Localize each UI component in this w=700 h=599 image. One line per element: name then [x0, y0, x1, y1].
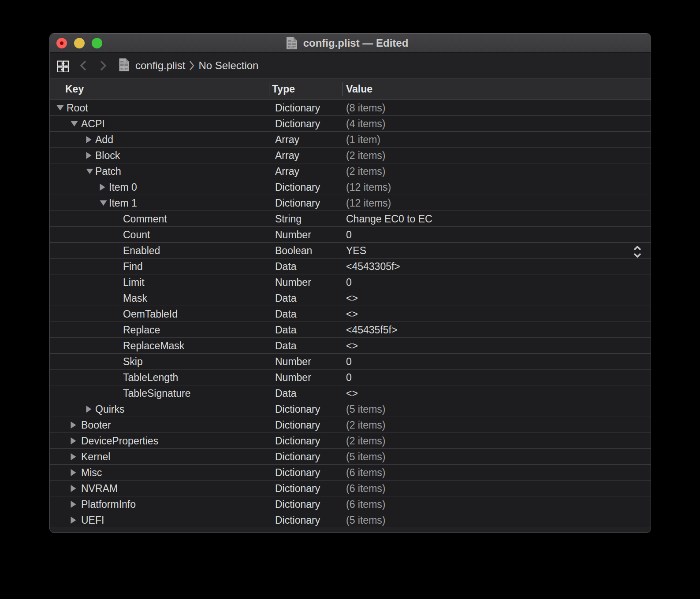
- svg-text:PLIST: PLIST: [288, 46, 296, 49]
- svg-text:PLIST: PLIST: [120, 68, 128, 70]
